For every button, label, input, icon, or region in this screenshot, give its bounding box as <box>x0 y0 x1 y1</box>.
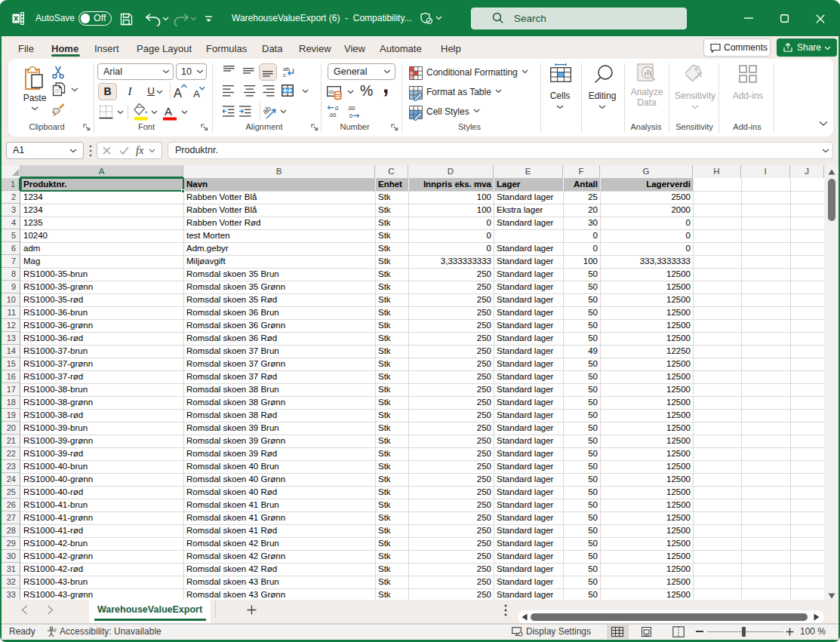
svg-text:?: ? <box>54 628 57 633</box>
svg-text:.00: .00 <box>347 105 355 112</box>
svg-text:co: co <box>329 89 335 94</box>
svg-text:c: c <box>283 72 286 78</box>
svg-text:.00: .00 <box>328 112 336 118</box>
svg-text:A: A <box>174 86 182 100</box>
svg-text:0: 0 <box>335 105 338 112</box>
svg-text:A: A <box>165 105 172 118</box>
svg-text:A: A <box>193 88 200 100</box>
svg-text:0: 0 <box>349 112 352 119</box>
